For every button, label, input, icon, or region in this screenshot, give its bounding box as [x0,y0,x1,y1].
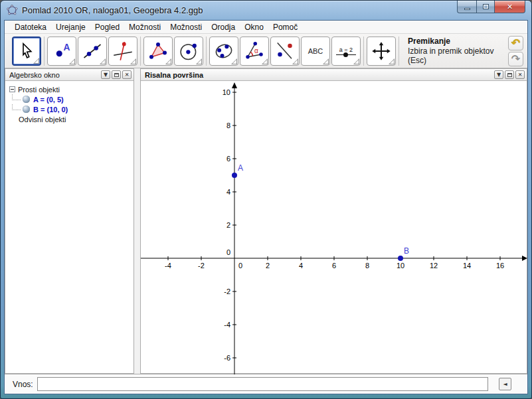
x-axis-tick-label: 16 [496,262,504,270]
menu-pomoc[interactable]: Pomoč [268,21,302,33]
y-axis-tick-label: 6 [226,155,230,163]
algebra-panel-menu-button[interactable]: ▼ [101,70,110,79]
active-tool-name: Premikanje [408,37,505,46]
tool-move[interactable] [12,37,41,66]
window-title: Pomlad 2010 OR, naloga01, Geogebra 4.2.g… [22,5,203,15]
tree-connector [12,94,21,100]
free-objects-label: Prosti objekti [18,86,60,94]
point-label-A: A [238,163,243,173]
y-axis-tick-label: 4 [226,188,230,196]
tree-connector [12,104,21,110]
tool-perpendicular-line[interactable] [108,37,137,66]
x-axis-tick-label: -2 [198,262,205,270]
tool-polygon[interactable] [143,37,173,66]
x-axis-tick-label: 10 [397,262,404,270]
redo-icon: ↷ [511,54,520,64]
toolbar-separator [44,37,44,66]
titlebar[interactable]: Pomlad 2010 OR, naloga01, Geogebra 4.2.g… [1,1,531,20]
minimize-button[interactable] [457,1,476,13]
graphics-panel-header: Risalna površina ▼ ✕ [141,69,527,81]
algebra-panel-header: Algebrsko okno ▼ ✕ [5,69,133,81]
x-axis-tick-label: -4 [165,262,171,270]
graphics-panel-menu-button[interactable]: ▼ [494,70,503,79]
tree-node-dependent-objects[interactable]: Odvisni objekti [9,114,132,124]
menu-moznosti-1[interactable]: Možnosti [124,21,165,33]
point-A[interactable] [232,173,237,178]
tree-item-point-b[interactable]: B = (10, 0) [9,104,132,114]
drawing-canvas[interactable]: -4-20246810121416-6-4-20246810AB [141,81,527,373]
slider-icon: a = 2 [335,46,357,55]
menu-urejanje[interactable]: Urejanje [51,21,90,33]
dependent-objects-label: Odvisni objekti [19,116,66,123]
panel-splitter[interactable] [134,68,140,374]
minimize-icon [464,8,470,10]
tool-line[interactable] [78,37,107,66]
menu-orodja[interactable]: Orodja [207,21,240,33]
input-label: Vnos: [13,380,33,389]
toolbar-separator [140,37,141,66]
x-axis-tick-label: 2 [266,262,270,270]
app-window: Pomlad 2010 OR, naloga01, Geogebra 4.2.g… [0,0,532,399]
y-axis-tick-label: 2 [226,221,230,229]
tool-new-point[interactable]: A [47,37,76,66]
algebra-panel-close-button[interactable]: ✕ [122,70,132,79]
algebra-tree: Prosti objekti A = (0, 5) B = (10, 0) [5,81,133,373]
close-icon: ✕ [507,3,513,11]
redo-button[interactable]: ↷ [508,52,523,66]
menu-pogled[interactable]: Pogled [90,21,124,33]
tool-move-view[interactable] [367,37,396,66]
y-axis-tick-label: -2 [224,287,230,295]
menu-okno[interactable]: Okno [240,21,268,33]
tool-circle[interactable] [174,37,203,66]
x-axis-arrow [522,256,527,261]
toolbar-separator [399,37,399,66]
y-axis-tick-label: 0 [226,248,230,256]
point-B[interactable] [398,256,403,261]
graphics-panel-restore-button[interactable] [505,70,514,79]
geogebra-logo-icon [7,5,18,16]
tree-item-point-a[interactable]: A = (0, 5) [9,94,132,104]
x-axis-tick-label: 8 [365,262,369,270]
collapse-left-icon: ◄ [503,381,507,387]
tool-reflect[interactable] [270,37,300,66]
point-a-definition: A = (0, 5) [33,96,64,104]
client-area: Datoteka Urejanje Pogled Možnosti Možnos… [4,20,528,394]
point-b-definition: B = (10, 0) [33,106,68,114]
svg-text:α: α [254,46,258,54]
tree-node-free-objects[interactable]: Prosti objekti [9,84,132,94]
menubar: Datoteka Urejanje Pogled Možnosti Možnos… [5,21,527,34]
graphics-panel-close-button[interactable]: ✕ [515,70,525,79]
collapse-icon[interactable] [9,86,15,92]
point-label-B: B [404,246,409,256]
y-axis-tick-label: 8 [226,121,230,129]
undo-button[interactable]: ↶ [508,36,523,50]
object-sphere-icon[interactable] [23,96,30,103]
window-controls: ✕ [457,1,525,13]
active-tool-info: Premikanje Izbira in premik objektov (Es… [408,37,505,65]
input-help-toggle-button[interactable]: ◄ [499,378,511,390]
workspace: Algebrsko okno ▼ ✕ Prosti objekti A = (0… [5,68,527,374]
x-axis-tick-label: 14 [463,262,471,270]
coordinate-system[interactable]: -4-20246810121416-6-4-20246810AB [141,81,528,374]
x-axis-tick-label: 4 [299,262,303,270]
algebra-panel-title: Algebrsko okno [9,71,100,79]
algebra-panel-restore-button[interactable] [112,70,121,79]
toolbar-separator [363,37,364,66]
svg-text:A: A [64,42,70,52]
menu-moznosti-2[interactable]: Možnosti [165,21,207,33]
active-tool-description: Izbira in premik objektov (Esc) [408,46,505,65]
tool-ellipse[interactable] [209,37,238,66]
tool-angle[interactable]: α [240,37,269,66]
window-frame: Datoteka Urejanje Pogled Možnosti Možnos… [1,20,531,398]
menu-datoteka[interactable]: Datoteka [10,21,51,33]
close-button[interactable]: ✕ [495,1,525,13]
object-sphere-icon[interactable] [23,106,30,113]
tool-text[interactable]: ABC [301,37,330,66]
y-axis-tick-label: -4 [224,321,230,329]
tool-slider[interactable]: a = 2 [331,37,361,66]
command-input[interactable] [37,377,488,391]
text-icon: ABC [308,47,323,55]
graphics-panel-title: Risalna površina [145,71,493,79]
undo-icon: ↶ [511,38,520,48]
maximize-button[interactable] [476,1,495,13]
